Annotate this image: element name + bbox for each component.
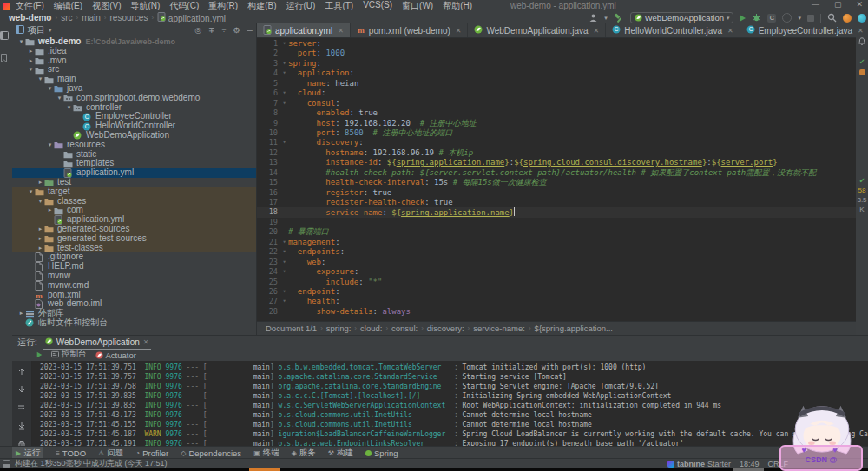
tree-toggle-icon[interactable]: ▸ <box>36 225 44 234</box>
fold-icon[interactable]: ▾ <box>280 99 288 108</box>
close-icon[interactable]: ✕ <box>727 27 733 35</box>
tab-console[interactable]: 控制台 <box>51 349 87 362</box>
tree-toggle-icon[interactable]: ▾ <box>17 37 25 47</box>
user-dropdown-icon[interactable]: ▾ <box>604 15 608 22</box>
menu-item[interactable]: VCS(S) <box>363 0 392 12</box>
project-panel-title[interactable]: 项目 <box>28 24 45 36</box>
close-icon[interactable]: ✕ <box>143 338 149 346</box>
breadcrumb-item[interactable]: application.yml <box>157 12 226 23</box>
plugin-orange-icon[interactable] <box>843 14 852 23</box>
expand-all-icon[interactable]: ∓ <box>208 26 215 35</box>
tree-row[interactable]: ▾main <box>12 75 256 84</box>
editor-tab[interactable]: CEmployeeController.java✕ <box>740 23 868 37</box>
close-button[interactable]: ✕ <box>856 0 863 9</box>
tree-row[interactable]: ▾target <box>12 187 256 197</box>
fold-icon[interactable]: ▾ <box>280 287 288 297</box>
editor-tab[interactable]: CHelloWorldController.java✕ <box>606 23 740 37</box>
close-icon[interactable]: ✕ <box>456 27 462 35</box>
toolwindow-button-spring[interactable]: Spring <box>365 448 398 458</box>
tree-row[interactable]: ▸.idea <box>12 47 256 56</box>
debug-button[interactable] <box>752 13 761 23</box>
toolwindow-button-profiler[interactable]: ◔Profiler <box>135 448 168 458</box>
fold-icon[interactable]: ▾ <box>280 247 288 257</box>
line-ending-indicator[interactable]: CRLF <box>767 460 788 468</box>
notifications-bell-icon[interactable] <box>856 37 868 48</box>
tree-toggle-icon[interactable]: ▾ <box>27 187 35 197</box>
close-icon[interactable]: ✕ <box>594 27 600 35</box>
editor-tab[interactable]: mpom.xml (web-demo)✕ <box>351 23 469 37</box>
editor-tab[interactable]: application.yml✕ <box>257 23 351 37</box>
tree-row[interactable]: ▾src <box>12 65 256 75</box>
fold-icon[interactable]: ▾ <box>280 39 288 49</box>
editor-tab[interactable]: WebDemoApplication.java✕ <box>468 23 606 37</box>
menu-item[interactable]: 视图(V) <box>92 0 121 12</box>
inspection-widget[interactable]: ✔ 58 3.5 K <box>856 176 868 214</box>
tree-toggle-icon[interactable]: ▸ <box>36 234 44 244</box>
run-button[interactable] <box>740 15 746 22</box>
scroll-to-end-icon[interactable] <box>12 418 31 434</box>
tree-toggle-icon[interactable]: ▸ <box>36 244 44 253</box>
tree-toggle-icon[interactable]: ▾ <box>27 65 35 75</box>
tree-row[interactable]: templates <box>12 159 256 168</box>
fold-icon[interactable]: ▾ <box>280 297 288 306</box>
code-editor[interactable]: 1▾server:2 port: 10003▾spring:4▾ applica… <box>257 37 856 324</box>
close-icon[interactable]: ✕ <box>858 27 864 35</box>
coverage-button[interactable]: C <box>767 14 776 23</box>
yaml-breadcrumb-item[interactable]: spring: <box>326 324 352 333</box>
toolwindow-button-dependencies[interactable]: ◇Dependencies <box>181 448 241 458</box>
status-time[interactable]: 18:49 <box>740 460 760 468</box>
close-icon[interactable]: ✕ <box>338 27 344 35</box>
tree-toggle-icon[interactable]: ▸ <box>36 178 44 187</box>
tree-row[interactable]: application.yml <box>12 168 256 178</box>
down-icon[interactable] <box>12 382 31 397</box>
build-hammer-icon[interactable] <box>614 13 624 23</box>
tree-row[interactable]: ▸com <box>12 206 256 215</box>
fold-icon[interactable]: ▾ <box>280 258 288 267</box>
tree-toggle-icon[interactable]: ▾ <box>65 103 73 113</box>
locate-file-icon[interactable]: ◎ <box>194 26 201 35</box>
tree-toggle-icon[interactable]: ▸ <box>27 47 35 56</box>
tree-row[interactable]: ▾com.springboot.demo.webdemo <box>12 94 256 103</box>
fold-icon[interactable]: ▾ <box>280 238 288 247</box>
menu-item[interactable]: 工具(T) <box>325 0 353 12</box>
toolwindow-button-todo[interactable]: ≡TODO <box>56 448 86 458</box>
fold-icon[interactable]: ▾ <box>280 69 288 78</box>
breadcrumb-item[interactable]: src <box>61 13 72 23</box>
menu-item[interactable]: 帮助(H) <box>443 0 472 12</box>
menu-item[interactable]: 构建(B) <box>247 0 276 12</box>
maximize-button[interactable]: ▢ <box>834 0 842 9</box>
menu-item[interactable]: 窗口(W) <box>402 0 433 12</box>
rerun-icon[interactable] <box>37 352 43 357</box>
yaml-breadcrumb-item[interactable]: discovery: <box>427 324 464 333</box>
minimize-button[interactable]: — <box>812 0 819 9</box>
menu-item[interactable]: 运行(U) <box>286 0 315 12</box>
tree-toggle-icon[interactable]: ▸ <box>17 309 25 318</box>
fold-icon[interactable]: ▾ <box>280 88 288 98</box>
tree-toggle-icon[interactable]: ▸ <box>46 206 54 215</box>
profiler-button[interactable] <box>782 13 792 23</box>
menu-item[interactable]: 文件(F) <box>16 0 44 12</box>
stop-button[interactable] <box>807 15 814 22</box>
breadcrumb-item[interactable]: resources <box>110 13 148 23</box>
quick-access-icon[interactable] <box>3 460 10 468</box>
tree-row[interactable]: 临时文件和控制台 <box>12 318 256 328</box>
tree-row[interactable]: mvnw.cmd <box>12 281 256 291</box>
yaml-breadcrumb-item[interactable]: Document 1/1 <box>266 324 317 333</box>
run-tab[interactable]: WebDemoApplication ✕ <box>43 336 152 350</box>
menu-item[interactable]: 导航(N) <box>130 0 160 12</box>
tree-row[interactable]: WebDemoApplication <box>12 131 256 141</box>
run-configuration-select[interactable]: WebDemoApplication ▾ <box>630 12 734 23</box>
tab-actuator[interactable]: Actuator <box>95 350 136 360</box>
collapse-all-icon[interactable]: ÷ <box>222 26 227 35</box>
toolwindow-button-terminal[interactable]: ▣终端 <box>253 448 279 459</box>
tree-toggle-icon[interactable]: ▾ <box>36 197 44 206</box>
project-view-dropdown-icon[interactable]: ▾ <box>49 27 52 34</box>
tree-row[interactable]: static <box>12 150 256 160</box>
tabnine-widget[interactable]: tabnine Starter <box>667 460 731 468</box>
tree-toggle-icon[interactable]: ▾ <box>46 84 54 94</box>
toolwindow-button-services[interactable]: ◈服务 <box>292 448 316 459</box>
fold-icon[interactable]: ▾ <box>280 267 288 277</box>
search-icon[interactable] <box>827 13 837 23</box>
tree-row[interactable]: ▾classes <box>12 197 256 206</box>
yaml-breadcrumb-item[interactable]: consul: <box>391 324 418 333</box>
